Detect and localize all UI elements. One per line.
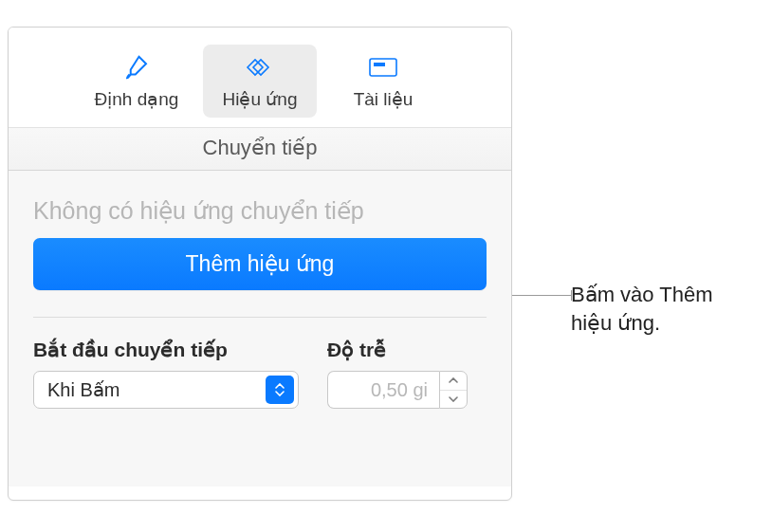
- animate-tab[interactable]: Hiệu ứng: [203, 45, 317, 118]
- slide-rect-icon: [362, 50, 404, 84]
- inspector-panel: Định dạng Hiệu ứng Tài l: [8, 27, 512, 501]
- transition-body: Không có hiệu ứng chuyển tiếp Thêm hiệu …: [9, 171, 511, 486]
- delay-input[interactable]: [327, 371, 439, 409]
- svg-rect-0: [370, 59, 396, 76]
- divider: [33, 317, 487, 318]
- add-effect-button[interactable]: Thêm hiệu ứng: [33, 238, 487, 290]
- delay-stepper[interactable]: [439, 371, 468, 409]
- animate-tab-label: Hiệu ứng: [223, 88, 298, 110]
- start-transition-select[interactable]: Khi Bấm: [33, 371, 299, 409]
- stepper-down[interactable]: [440, 391, 467, 409]
- format-tab[interactable]: Định dạng: [80, 45, 193, 118]
- brush-icon: [116, 50, 157, 84]
- start-transition-value: Khi Bấm: [47, 378, 119, 401]
- format-tab-label: Định dạng: [95, 88, 179, 110]
- document-tab[interactable]: Tài liệu: [326, 45, 440, 118]
- transition-subheader: Chuyển tiếp: [9, 127, 511, 171]
- updown-chevrons-icon: [266, 376, 294, 404]
- stepper-up[interactable]: [440, 372, 467, 391]
- svg-rect-1: [374, 63, 385, 66]
- start-transition-label: Bắt đầu chuyển tiếp: [33, 339, 299, 361]
- callout-text: Bấm vào Thêm hiệu ứng.: [571, 281, 761, 337]
- inspector-toolbar: Định dạng Hiệu ứng Tài l: [9, 28, 511, 127]
- no-transition-text: Không có hiệu ứng chuyển tiếp: [33, 171, 487, 238]
- callout-leader-line: [512, 295, 571, 296]
- document-tab-label: Tài liệu: [354, 88, 414, 110]
- delay-label: Độ trễ: [327, 339, 488, 361]
- diamond-stack-icon: [239, 50, 281, 84]
